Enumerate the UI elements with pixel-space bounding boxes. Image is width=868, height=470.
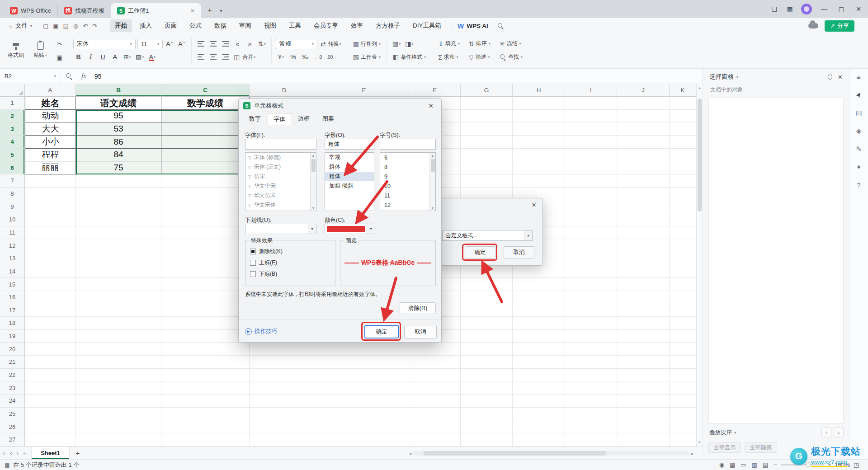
cell-B7[interactable]	[76, 174, 161, 188]
cell-B11[interactable]	[76, 226, 161, 240]
prev-sheet-icon[interactable]: ‹	[8, 450, 14, 456]
cell-J5[interactable]	[617, 149, 670, 162]
record-icon[interactable]: ◉	[719, 461, 724, 468]
cell-C11[interactable]	[161, 226, 250, 240]
font-style-input[interactable]: 粗体	[325, 139, 374, 150]
cell-G5[interactable]	[461, 149, 513, 162]
cell-I18[interactable]	[565, 317, 617, 330]
cloud-sync-icon[interactable]	[808, 23, 818, 28]
cell-D25[interactable]	[250, 408, 319, 421]
cell-B24[interactable]	[76, 395, 161, 408]
cell-A24[interactable]	[25, 395, 76, 408]
align-middle-icon[interactable]	[208, 39, 218, 49]
cell-G24[interactable]	[461, 395, 513, 408]
cell-H5[interactable]	[513, 149, 565, 162]
cell-G15[interactable]	[461, 278, 513, 291]
effect-下标(B)[interactable]: 下标(B)	[245, 268, 335, 280]
cell-J6[interactable]	[617, 161, 670, 174]
cell-A19[interactable]	[25, 330, 76, 343]
cell-I15[interactable]	[565, 278, 617, 291]
italic-button[interactable]: I	[85, 52, 96, 62]
menu-tab-审阅[interactable]: 审阅	[234, 19, 256, 32]
cell-K24[interactable]	[670, 395, 696, 408]
effect-删除线(K)[interactable]: 删除线(K)	[245, 246, 335, 257]
currency-format-button[interactable]: ¥▾	[276, 52, 286, 62]
cell-J19[interactable]	[617, 330, 670, 343]
app-tab[interactable]: W WPS Office	[4, 3, 57, 18]
cell-B20[interactable]	[76, 343, 161, 356]
cell-E27[interactable]	[319, 433, 409, 446]
help-icon[interactable]: ?	[857, 181, 860, 189]
cell-H6[interactable]	[513, 161, 565, 174]
redo-icon[interactable]: ↷	[92, 23, 97, 29]
formula-search-icon[interactable]	[66, 73, 72, 80]
star-tool-icon[interactable]: ✦	[856, 163, 862, 171]
cell-K18[interactable]	[670, 317, 696, 330]
rows-columns-button[interactable]: ▦ 行和列▾	[351, 38, 382, 49]
cell-A16[interactable]	[25, 291, 76, 304]
close-pane-icon[interactable]: ✕	[838, 74, 843, 80]
menu-tab-插入[interactable]: 插入	[135, 19, 157, 32]
undo-icon[interactable]: ↶	[83, 23, 88, 29]
cell-I4[interactable]	[565, 136, 617, 149]
column-header-G[interactable]: G	[461, 84, 513, 97]
tab-close-icon[interactable]: ✕	[190, 8, 195, 14]
cell-K14[interactable]	[670, 265, 696, 278]
list-scrollbar[interactable]: ▲▼	[429, 153, 435, 211]
cell-B4[interactable]: 86	[76, 136, 161, 149]
cell-K22[interactable]	[670, 369, 696, 382]
row-header-14[interactable]: 14	[0, 265, 25, 278]
align-left-icon[interactable]	[196, 52, 206, 62]
cell-I16[interactable]	[565, 291, 617, 304]
cell-K19[interactable]	[670, 330, 696, 343]
save-icon[interactable]: ▣	[53, 23, 58, 29]
cell-C19[interactable]	[161, 330, 250, 343]
font-option[interactable]: T宋体 (正文)	[245, 162, 316, 172]
cell-K4[interactable]	[670, 136, 696, 149]
font-option[interactable]: T华文宋体	[245, 200, 316, 210]
cell-I24[interactable]	[565, 395, 617, 408]
vertical-scrollbar[interactable]: ▴ ▾	[696, 84, 703, 446]
menu-tab-视图[interactable]: 视图	[259, 19, 281, 32]
close-icon[interactable]: ✕	[425, 102, 437, 109]
cell-J24[interactable]	[617, 395, 670, 408]
cell-A8[interactable]	[25, 188, 76, 201]
row-header-15[interactable]: 15	[0, 278, 25, 291]
cell-G27[interactable]	[461, 433, 513, 446]
style-option-斜体[interactable]: 斜体	[325, 162, 374, 172]
last-sheet-icon[interactable]: »	[21, 450, 28, 456]
print-preview-icon[interactable]: ◎	[73, 23, 78, 29]
cell-K6[interactable]	[670, 161, 696, 174]
fill-button[interactable]: ⇓填充▾	[436, 38, 462, 49]
tab-list-chevron-icon[interactable]: ▾	[217, 5, 226, 16]
objects-list[interactable]	[708, 98, 844, 424]
cell-J10[interactable]	[617, 213, 670, 226]
page-break-view-icon[interactable]: ▤	[763, 461, 768, 468]
style-option-加粗 倾斜[interactable]: 加粗 倾斜	[325, 181, 374, 191]
cell-B6[interactable]: 75	[76, 161, 161, 174]
share-button[interactable]: ↗ 分享	[825, 20, 854, 32]
size-option-9[interactable]: 9	[380, 172, 435, 181]
cell-I17[interactable]	[565, 304, 617, 317]
cell-C12[interactable]	[161, 239, 250, 252]
cell-A4[interactable]: 小小	[25, 136, 76, 149]
cell-I13[interactable]	[565, 252, 617, 265]
sort-button[interactable]: ⇅排序▾	[467, 38, 492, 49]
font-name-input[interactable]	[245, 139, 316, 150]
fill-color-button[interactable]: ▨▾	[134, 52, 145, 62]
cell-F25[interactable]	[409, 408, 461, 421]
show-all-button[interactable]: 全部显示	[708, 442, 741, 453]
cell-C17[interactable]	[161, 304, 250, 317]
cell-K5[interactable]	[670, 149, 696, 162]
comma-format-button[interactable]: ‰	[300, 52, 311, 62]
column-header-F[interactable]: F	[409, 84, 461, 97]
column-header-B[interactable]: B	[76, 84, 161, 97]
move-up-button[interactable]: ▴	[834, 428, 844, 437]
chevron-down-icon[interactable]: ▾	[736, 75, 738, 79]
decrease-decimal-button[interactable]: .00→	[325, 52, 339, 62]
cell-J3[interactable]	[617, 122, 670, 136]
workbook-tab[interactable]: S 工作簿1 ✕	[111, 3, 201, 18]
sheet-tab-sheet1[interactable]: Sheet1	[31, 447, 70, 459]
cell-A25[interactable]	[25, 408, 76, 421]
cell-C1[interactable]: 数学成绩	[161, 97, 250, 110]
